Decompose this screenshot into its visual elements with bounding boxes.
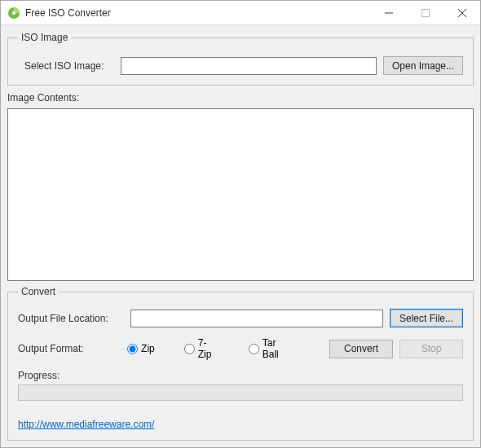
- format-tarball-radio[interactable]: [249, 344, 259, 354]
- output-location-input[interactable]: [130, 310, 383, 327]
- iso-image-group: ISO Image Select ISO Image: Open Image..…: [7, 32, 474, 86]
- app-window: Free ISO Converter ISO Image Select ISO …: [0, 0, 481, 448]
- progress-label: Progress:: [18, 370, 463, 381]
- format-7zip-label: 7-Zip: [198, 337, 219, 360]
- window-title: Free ISO Converter: [25, 7, 370, 19]
- progress-section: Progress:: [18, 370, 463, 401]
- minimize-button[interactable]: [370, 1, 407, 24]
- convert-button[interactable]: Convert: [329, 340, 393, 358]
- format-zip-radio[interactable]: [127, 344, 138, 354]
- iso-image-legend: ISO Image: [18, 32, 71, 43]
- format-7zip-radio[interactable]: [184, 344, 195, 354]
- svg-point-1: [12, 11, 15, 14]
- maximize-icon: [421, 9, 430, 17]
- svg-rect-3: [421, 9, 429, 16]
- stop-button[interactable]: Stop: [399, 340, 463, 358]
- format-7zip-option[interactable]: 7-Zip: [184, 337, 219, 360]
- open-image-button[interactable]: Open Image...: [383, 56, 463, 75]
- minimize-icon: [385, 9, 393, 17]
- convert-legend: Convert: [18, 286, 59, 297]
- output-format-label: Output Format:: [18, 343, 121, 354]
- titlebar: Free ISO Converter: [1, 1, 480, 25]
- maximize-button[interactable]: [407, 1, 443, 24]
- website-link[interactable]: http://www.mediafreeware.com/: [18, 419, 463, 430]
- convert-group: Convert Output File Location: Select Fil…: [7, 286, 474, 441]
- iso-path-input[interactable]: [121, 57, 377, 75]
- format-tarball-option[interactable]: Tar Ball: [249, 337, 293, 360]
- format-tarball-label: Tar Ball: [263, 337, 293, 360]
- app-icon: [7, 7, 20, 20]
- select-iso-label: Select ISO Image:: [18, 60, 114, 72]
- window-controls: [370, 1, 480, 24]
- progress-bar: [18, 384, 463, 401]
- client-area: ISO Image Select ISO Image: Open Image..…: [1, 25, 480, 447]
- format-zip-option[interactable]: Zip: [127, 343, 155, 354]
- image-contents-label: Image Contents:: [7, 92, 474, 103]
- close-button[interactable]: [443, 1, 480, 24]
- close-icon: [458, 9, 466, 17]
- image-contents-list[interactable]: [7, 108, 474, 281]
- select-file-button[interactable]: Select File...: [390, 309, 463, 327]
- format-zip-label: Zip: [141, 343, 155, 354]
- output-location-label: Output File Location:: [18, 313, 124, 324]
